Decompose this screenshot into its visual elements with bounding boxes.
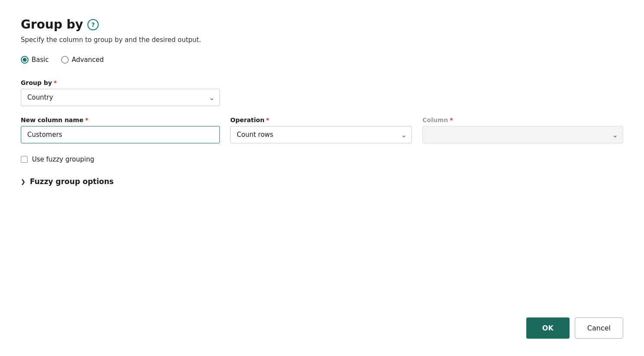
new-column-name-label: New column name *	[21, 117, 220, 123]
fuzzy-grouping-row: Use fuzzy grouping	[21, 155, 623, 163]
radio-advanced[interactable]: Advanced	[61, 56, 104, 64]
new-column-name-field-group: New column name *	[21, 117, 220, 143]
operation-select-wrapper: Count rows Sum Average Min Max ⌄	[230, 126, 412, 143]
column-field-group: Column * ⌄	[422, 117, 623, 143]
title-row: Group by ?	[21, 17, 623, 32]
group-by-dialog: Group by ? Specify the column to group b…	[0, 0, 644, 356]
radio-basic[interactable]: Basic	[21, 56, 49, 64]
fuzzy-options-row[interactable]: ❯ Fuzzy group options	[21, 177, 623, 186]
columns-row: New column name * Operation * Count rows…	[21, 117, 623, 143]
radio-advanced-label: Advanced	[72, 56, 104, 64]
form-section: Group by * Country City Region ⌄ New col…	[21, 79, 623, 186]
cancel-button[interactable]: Cancel	[575, 317, 623, 339]
operation-select[interactable]: Count rows Sum Average Min Max	[230, 126, 412, 143]
group-by-select[interactable]: Country City Region	[21, 89, 220, 106]
operation-label: Operation *	[230, 117, 412, 123]
new-column-name-input[interactable]	[21, 126, 220, 143]
radio-advanced-input[interactable]	[61, 56, 69, 64]
fuzzy-grouping-checkbox[interactable]	[21, 156, 28, 163]
column-label: Column *	[422, 117, 623, 123]
mode-radio-group: Basic Advanced	[21, 56, 623, 64]
column-select-wrapper: ⌄	[422, 126, 623, 143]
fuzzy-grouping-label[interactable]: Use fuzzy grouping	[32, 155, 94, 163]
help-icon[interactable]: ?	[87, 19, 99, 30]
fuzzy-options-label[interactable]: Fuzzy group options	[30, 177, 114, 186]
new-column-name-required-star: *	[85, 117, 88, 123]
group-by-required-star: *	[54, 79, 57, 86]
operation-required-star: *	[266, 117, 269, 123]
column-required-star: *	[450, 117, 453, 123]
button-row: OK Cancel	[21, 291, 623, 339]
group-by-label: Group by *	[21, 79, 623, 86]
dialog-subtitle: Specify the column to group by and the d…	[21, 36, 623, 44]
dialog-title: Group by	[21, 17, 83, 32]
group-by-select-wrapper: Country City Region ⌄	[21, 89, 220, 106]
operation-field-group: Operation * Count rows Sum Average Min M…	[230, 117, 412, 143]
column-select[interactable]	[422, 126, 623, 143]
group-by-field-group: Group by * Country City Region ⌄	[21, 79, 623, 106]
fuzzy-options-chevron-right-icon[interactable]: ❯	[21, 178, 26, 185]
radio-basic-label: Basic	[32, 56, 49, 64]
radio-basic-input[interactable]	[21, 56, 29, 64]
ok-button[interactable]: OK	[526, 317, 570, 339]
